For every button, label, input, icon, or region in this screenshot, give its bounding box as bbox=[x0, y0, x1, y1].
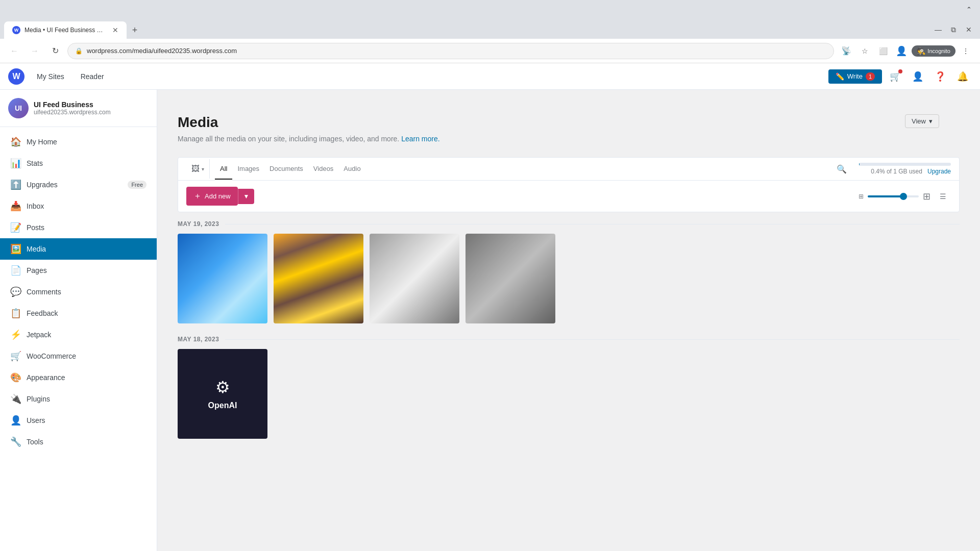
page-title: Media bbox=[178, 114, 960, 131]
media-search-btn[interactable]: 🔍 bbox=[832, 160, 851, 178]
tab-close-btn[interactable]: ✕ bbox=[112, 26, 118, 34]
add-new-dropdown-btn[interactable]: ▼ bbox=[238, 189, 255, 204]
wordpress-topbar: W My Sites Reader ✏️ Write 1 🛒 👤 ❓ 🔔 bbox=[0, 63, 980, 90]
slider-thumb[interactable] bbox=[900, 193, 907, 200]
view-size-slider: ⊞ ⊞ ☰ bbox=[859, 188, 951, 205]
navigation-bar: ← → ↻ 🔒 wordpress.com/media/uifeed20235.… bbox=[0, 39, 980, 63]
sidebar-item-stats[interactable]: 📊 Stats bbox=[0, 153, 157, 174]
reload-btn[interactable]: ↻ bbox=[47, 43, 63, 59]
upgrade-link[interactable]: Upgrade bbox=[927, 168, 951, 175]
nav-label-comments: Comments bbox=[27, 288, 61, 296]
learn-more-link[interactable]: Learn more. bbox=[401, 135, 439, 143]
new-tab-btn[interactable]: + bbox=[128, 23, 142, 37]
nav-icon-upgrades: ⬆️ bbox=[10, 179, 20, 190]
media-tab-videos[interactable]: Videos bbox=[308, 159, 339, 180]
site-info: UI Feed Business uifeed20235.wordpress.c… bbox=[34, 101, 111, 116]
sidebar-item-posts[interactable]: 📝 Posts bbox=[0, 217, 157, 238]
sidebar-item-upgrades[interactable]: ⬆️ Upgrades Free bbox=[0, 174, 157, 195]
sidebar-item-comments[interactable]: 💬 Comments bbox=[0, 281, 157, 303]
date-section-may-19,-2023: MAY 19, 2023 bbox=[178, 220, 960, 323]
media-toolbar: 🖼 ▾ AllImagesDocumentsVideosAudio 🔍 0.4%… bbox=[178, 157, 960, 212]
nav-badge-upgrades: Free bbox=[128, 181, 146, 189]
sidebar-item-woocommerce[interactable]: 🛒 WooCommerce bbox=[0, 345, 157, 367]
media-grid bbox=[178, 234, 960, 323]
active-tab[interactable]: W Media • UI Feed Business — Wor... ✕ bbox=[4, 21, 127, 39]
nav-label-media: Media bbox=[27, 245, 46, 253]
bookmark-btn[interactable]: ☆ bbox=[856, 43, 873, 59]
nav-label-appearance: Appearance bbox=[27, 373, 65, 382]
storage-info: 0.4% of 1 GB used Upgrade bbox=[859, 158, 951, 180]
date-label: MAY 19, 2023 bbox=[178, 220, 960, 228]
media-tab-audio[interactable]: Audio bbox=[338, 159, 365, 180]
size-slider-track[interactable] bbox=[868, 195, 919, 197]
media-item-openai[interactable]: ⚙ OpenAI bbox=[178, 349, 267, 439]
media-item-desk-person2[interactable] bbox=[465, 234, 555, 323]
media-tab-all[interactable]: All bbox=[215, 159, 232, 180]
date-section-may-18,-2023: MAY 18, 2023 ⚙ OpenAI bbox=[178, 336, 960, 439]
sidebar-item-pages[interactable]: 📄 Pages bbox=[0, 260, 157, 281]
sidebar-item-feedback[interactable]: 📋 Feedback bbox=[0, 303, 157, 324]
date-label: MAY 18, 2023 bbox=[178, 336, 960, 343]
media-filter-icon-btn[interactable]: 🖼 ▾ bbox=[186, 159, 210, 179]
nav-icon-pages: 📄 bbox=[10, 265, 20, 276]
address-bar[interactable]: 🔒 wordpress.com/media/uifeed20235.wordpr… bbox=[67, 43, 834, 59]
maximize-btn[interactable]: ⧉ bbox=[946, 22, 961, 37]
plus-icon: ＋ bbox=[193, 191, 202, 202]
wp-logo[interactable]: W bbox=[8, 68, 24, 85]
notifications-btn[interactable]: 🔔 bbox=[953, 67, 972, 86]
sidebar-btn[interactable]: ⬜ bbox=[875, 43, 891, 59]
close-btn[interactable]: ✕ bbox=[962, 22, 976, 37]
incognito-badge: 🕵️ Incognito bbox=[912, 45, 955, 57]
tab-bar: W Media • UI Feed Business — Wor... ✕ + … bbox=[0, 18, 980, 39]
nav-actions: 📡 ☆ ⬜ 👤 🕵️ Incognito ⋮ bbox=[838, 43, 974, 59]
back-btn[interactable]: ← bbox=[6, 43, 22, 59]
media-tab-documents[interactable]: Documents bbox=[264, 159, 308, 180]
media-tab-images[interactable]: Images bbox=[232, 159, 264, 180]
site-header: UI UI Feed Business uifeed20235.wordpres… bbox=[0, 90, 157, 127]
sidebar-item-media[interactable]: 🖼️ Media bbox=[0, 238, 157, 260]
sidebar-item-inbox[interactable]: 📥 Inbox bbox=[0, 195, 157, 217]
openai-logo-icon: ⚙ bbox=[215, 378, 230, 397]
nav-icon-feedback: 📋 bbox=[10, 308, 20, 319]
add-new-btn[interactable]: ＋ Add new bbox=[186, 187, 238, 206]
sidebar-item-users[interactable]: 👤 Users bbox=[0, 410, 157, 431]
title-bar: ⌃ bbox=[0, 0, 980, 18]
view-btn[interactable]: View ▾ bbox=[905, 114, 939, 128]
my-sites-btn[interactable]: My Sites bbox=[33, 69, 68, 84]
media-grid: ⚙ OpenAI bbox=[178, 349, 960, 439]
forward-btn[interactable]: → bbox=[27, 43, 43, 59]
media-item-gold-abstract[interactable] bbox=[274, 234, 363, 323]
storage-text: 0.4% of 1 GB used Upgrade bbox=[871, 168, 951, 175]
main-content: View ▾ Media Manage all the media on you… bbox=[157, 90, 980, 551]
media-item-desk-person1[interactable] bbox=[370, 234, 459, 323]
nav-icon-media: 🖼️ bbox=[10, 243, 20, 255]
profile-btn[interactable]: 👤 bbox=[893, 43, 910, 59]
browser-chrome: ⌃ W Media • UI Feed Business — Wor... ✕ … bbox=[0, 0, 980, 39]
minimize-btn[interactable]: — bbox=[931, 22, 945, 37]
sidebar-item-tools[interactable]: 🔧 Tools bbox=[0, 431, 157, 453]
menu-btn[interactable]: ⋮ bbox=[958, 43, 974, 59]
nav-icon-my-home: 🏠 bbox=[10, 136, 20, 147]
nav-label-upgrades: Upgrades bbox=[27, 181, 58, 189]
tab-favicon: W bbox=[12, 26, 20, 34]
reader-btn[interactable]: Reader bbox=[77, 69, 108, 84]
sidebar-item-plugins[interactable]: 🔌 Plugins bbox=[0, 388, 157, 410]
nav-label-pages: Pages bbox=[27, 266, 47, 274]
nav-icon-tools: 🔧 bbox=[10, 436, 20, 447]
nav-label-inbox: Inbox bbox=[27, 202, 44, 210]
help-btn[interactable]: ❓ bbox=[931, 67, 949, 86]
media-item-blue-abstract[interactable] bbox=[178, 234, 267, 323]
main-layout: UI UI Feed Business uifeed20235.wordpres… bbox=[0, 90, 980, 551]
view-list-btn[interactable]: ☰ bbox=[935, 188, 951, 205]
write-btn[interactable]: ✏️ Write 1 bbox=[828, 69, 882, 84]
sidebar-item-jetpack[interactable]: ⚡ Jetpack bbox=[0, 324, 157, 345]
nav-label-tools: Tools bbox=[27, 438, 43, 446]
slider-fill bbox=[868, 195, 903, 197]
user-avatar-btn[interactable]: 👤 bbox=[909, 67, 927, 86]
sidebar-item-my-home[interactable]: 🏠 My Home bbox=[0, 131, 157, 153]
cart-btn[interactable]: 🛒 bbox=[886, 67, 904, 86]
nav-icon-plugins: 🔌 bbox=[10, 393, 20, 405]
cast-btn[interactable]: 📡 bbox=[838, 43, 854, 59]
site-name: UI Feed Business bbox=[34, 101, 111, 109]
sidebar-item-appearance[interactable]: 🎨 Appearance bbox=[0, 367, 157, 388]
